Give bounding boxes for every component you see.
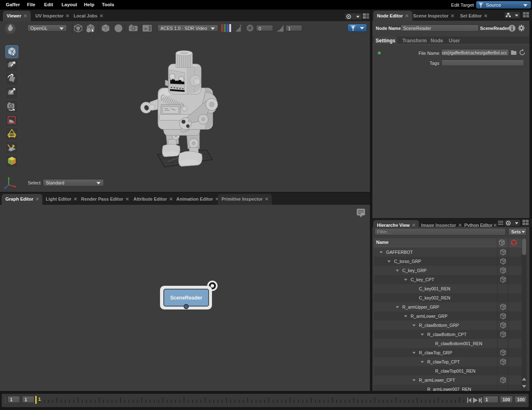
svg-text:SceneReader: SceneReader <box>170 295 202 301</box>
